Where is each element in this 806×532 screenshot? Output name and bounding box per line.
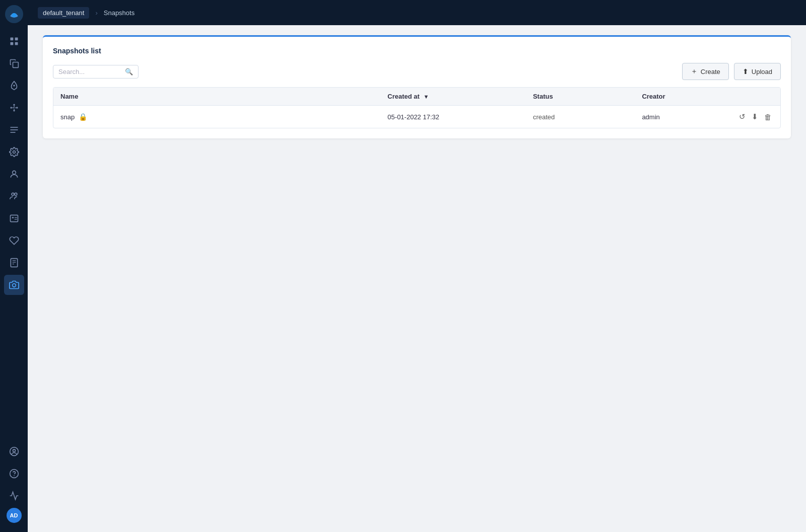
- svg-rect-19: [10, 215, 18, 221]
- svg-point-31: [14, 475, 15, 476]
- snapshots-table: Name Created at ▼ Status Creator snap🔒05…: [53, 88, 780, 128]
- sidebar-item-help[interactable]: [4, 464, 24, 484]
- upload-button[interactable]: ⬆ Upload: [734, 63, 781, 80]
- svg-point-15: [13, 151, 15, 154]
- sidebar-item-docs[interactable]: [4, 253, 24, 273]
- plus-icon: ＋: [691, 67, 698, 76]
- avatar[interactable]: AD: [7, 508, 22, 523]
- content-area: Snapshots list 🔍 ＋ Create ⬆ Upload: [28, 25, 806, 532]
- sidebar-item-deploy[interactable]: [4, 75, 24, 96]
- sidebar: AD: [0, 0, 28, 532]
- sidebar-item-settings[interactable]: [4, 142, 24, 162]
- sidebar-item-health[interactable]: [4, 231, 24, 251]
- svg-rect-4: [10, 42, 13, 45]
- sidebar-item-snapshots[interactable]: [4, 275, 24, 295]
- restore-button[interactable]: ↺: [737, 111, 747, 123]
- create-button[interactable]: ＋ Create: [682, 63, 729, 80]
- main-content: default_tenant › Snapshots Snapshots lis…: [28, 0, 806, 532]
- sidebar-item-dashboard[interactable]: [4, 31, 24, 51]
- sidebar-item-identity[interactable]: [4, 208, 24, 229]
- sidebar-item-pipelines[interactable]: [4, 98, 24, 118]
- svg-point-18: [14, 193, 17, 195]
- snapshot-name: snap: [60, 113, 75, 121]
- cell-name: snap🔒: [53, 106, 380, 128]
- col-header-status: Status: [526, 88, 635, 106]
- upload-icon: ⬆: [743, 67, 749, 75]
- svg-point-20: [12, 217, 13, 218]
- svg-rect-6: [13, 62, 18, 68]
- sidebar-item-user[interactable]: [4, 164, 24, 184]
- svg-point-27: [12, 284, 16, 287]
- status-badge: created: [533, 113, 555, 121]
- action-buttons: ↺ ⬇ 🗑: [729, 111, 773, 123]
- col-header-created-at[interactable]: Created at ▼: [380, 88, 526, 106]
- svg-rect-23: [11, 259, 17, 267]
- download-button[interactable]: ⬇: [750, 111, 760, 123]
- search-input[interactable]: [58, 68, 122, 75]
- col-header-creator: Creator: [635, 88, 722, 106]
- lock-icon: 🔒: [79, 113, 87, 121]
- col-header-actions: [722, 88, 780, 106]
- topbar: default_tenant › Snapshots: [28, 0, 806, 25]
- cell-creator: admin: [635, 106, 722, 128]
- search-icon: 🔍: [125, 68, 133, 75]
- col-header-name: Name: [53, 88, 380, 106]
- sidebar-nav: [4, 31, 24, 441]
- table-header-row: Name Created at ▼ Status Creator: [53, 88, 780, 106]
- table-row: snap🔒05-01-2022 17:32createdadmin ↺ ⬇ 🗑: [53, 106, 780, 128]
- avatar-initials: AD: [10, 512, 18, 518]
- svg-rect-2: [10, 38, 13, 41]
- sidebar-item-account[interactable]: [4, 441, 24, 462]
- sidebar-item-logs[interactable]: [4, 120, 24, 140]
- svg-point-8: [10, 107, 12, 108]
- sidebar-item-heartbeat[interactable]: [4, 486, 24, 506]
- upload-label: Upload: [752, 68, 772, 75]
- sidebar-item-team[interactable]: [4, 186, 24, 206]
- svg-point-17: [12, 193, 14, 195]
- toolbar: 🔍 ＋ Create ⬆ Upload: [53, 63, 781, 80]
- search-box: 🔍: [53, 65, 139, 79]
- create-label: Create: [701, 68, 720, 75]
- panel-title: Snapshots list: [53, 47, 781, 55]
- svg-point-1: [12, 13, 16, 17]
- delete-button[interactable]: 🗑: [763, 111, 773, 123]
- svg-rect-3: [15, 38, 18, 41]
- breadcrumb-tenant[interactable]: default_tenant: [38, 7, 89, 19]
- svg-point-7: [13, 85, 15, 86]
- toolbar-actions: ＋ Create ⬆ Upload: [682, 63, 781, 80]
- app-logo[interactable]: [5, 5, 23, 23]
- sidebar-item-collections[interactable]: [4, 53, 24, 73]
- cell-created-at: 05-01-2022 17:32: [380, 106, 526, 128]
- snapshots-panel: Snapshots list 🔍 ＋ Create ⬆ Upload: [43, 35, 791, 138]
- sidebar-bottom: AD: [4, 441, 24, 523]
- svg-point-29: [13, 449, 15, 452]
- svg-point-16: [12, 171, 16, 174]
- cell-actions: ↺ ⬇ 🗑: [722, 106, 780, 128]
- breadcrumb-separator: ›: [95, 9, 97, 17]
- cell-status: created: [526, 106, 635, 128]
- sort-arrow-created: ▼: [424, 94, 429, 100]
- snapshots-table-wrap: Name Created at ▼ Status Creator snap🔒05…: [53, 87, 781, 128]
- svg-point-9: [13, 104, 15, 106]
- svg-rect-5: [15, 42, 18, 45]
- breadcrumb-page: Snapshots: [104, 9, 135, 17]
